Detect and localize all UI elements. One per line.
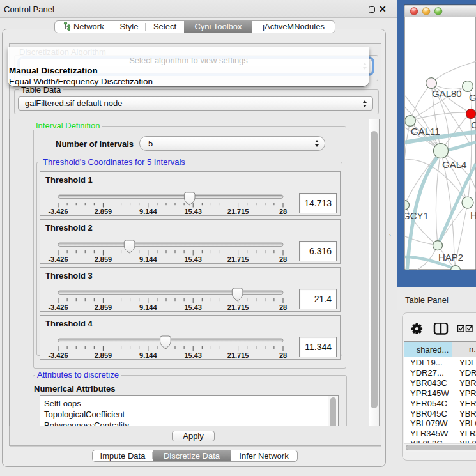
svg-text:2.859: 2.859	[95, 351, 112, 359]
svg-text:HI: HI	[470, 210, 476, 220]
svg-text:9.144: 9.144	[139, 208, 157, 215]
svg-text:2.859: 2.859	[95, 303, 112, 311]
svg-text:GAL: GAL	[469, 92, 476, 103]
svg-text:21.715: 21.715	[227, 351, 249, 359]
svg-text:15.43: 15.43	[184, 208, 202, 215]
svg-text:21.715: 21.715	[227, 256, 249, 263]
svg-text:-3.426: -3.426	[48, 256, 68, 263]
svg-text:28: 28	[279, 303, 287, 311]
svg-text:9.144: 9.144	[139, 351, 157, 359]
svg-text:GAL80: GAL80	[432, 88, 462, 99]
svg-text:15.43: 15.43	[184, 256, 202, 263]
svg-text:-3.426: -3.426	[48, 208, 68, 215]
svg-text:2.859: 2.859	[95, 208, 112, 215]
svg-text:GAL11: GAL11	[411, 126, 440, 137]
svg-text:GAL4: GAL4	[442, 159, 466, 170]
svg-text:-3.426: -3.426	[48, 351, 68, 359]
svg-text:GCY1: GCY1	[403, 210, 429, 221]
svg-text:9.144: 9.144	[139, 303, 157, 311]
svg-text:28: 28	[279, 351, 287, 359]
svg-text:28: 28	[279, 256, 287, 263]
svg-text:28: 28	[279, 208, 287, 215]
svg-text:-3.426: -3.426	[48, 303, 68, 311]
svg-text:15.43: 15.43	[184, 351, 202, 359]
svg-text:21.715: 21.715	[227, 208, 249, 215]
svg-text:CR: CR	[471, 119, 476, 130]
svg-text:21.715: 21.715	[227, 303, 249, 311]
svg-text:15.43: 15.43	[184, 303, 202, 311]
svg-text:9.144: 9.144	[139, 256, 157, 263]
svg-text:HAP2: HAP2	[438, 252, 463, 263]
svg-text:2.859: 2.859	[95, 256, 112, 263]
